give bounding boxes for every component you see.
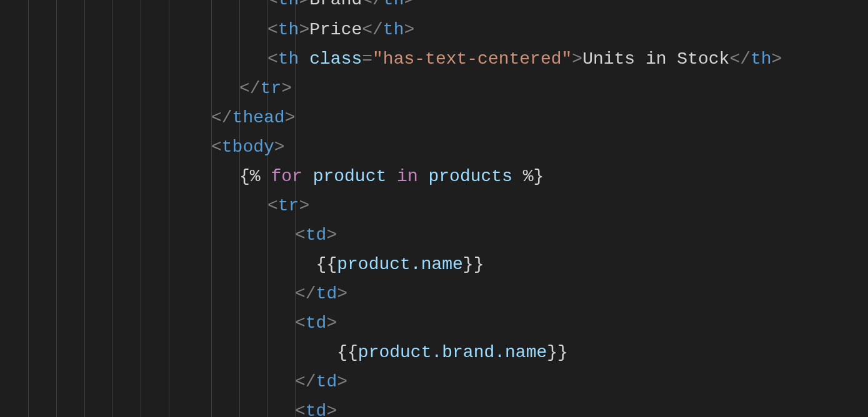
code-editor[interactable]: <th>Brand</th><th>Price</th><th class="h… [0, 0, 868, 417]
indent-guides [0, 0, 42, 417]
